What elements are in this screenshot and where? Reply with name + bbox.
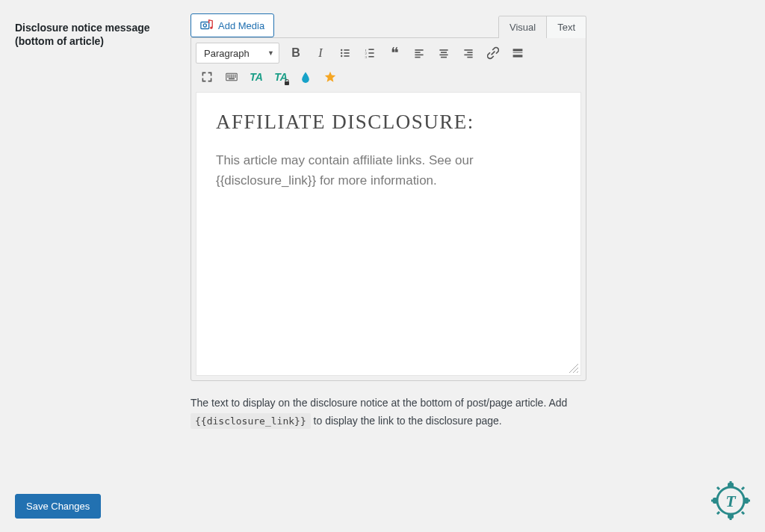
tab-visual[interactable]: Visual <box>499 16 546 38</box>
link-button[interactable] <box>482 43 504 64</box>
svg-rect-18 <box>415 57 420 58</box>
svg-rect-47 <box>713 498 717 504</box>
format-select-value: Paragraph <box>204 48 250 59</box>
fullscreen-icon <box>201 71 213 83</box>
link-icon <box>487 46 499 60</box>
svg-rect-12 <box>368 52 374 54</box>
svg-rect-34 <box>233 75 235 76</box>
add-media-label: Add Media <box>218 20 264 31</box>
svg-rect-20 <box>441 52 447 53</box>
toolbar-row-2: TA TA <box>196 65 581 89</box>
svg-rect-14 <box>368 56 374 58</box>
blockquote-button[interactable]: ❝ <box>383 43 406 64</box>
resize-grip-icon[interactable] <box>569 363 579 374</box>
svg-rect-19 <box>439 49 447 51</box>
read-more-button[interactable] <box>507 43 529 64</box>
editor-top-bar: Add Media Visual Text <box>191 13 586 37</box>
keyboard-icon <box>226 72 238 82</box>
add-media-button[interactable]: Add Media <box>191 13 274 37</box>
align-center-icon <box>438 46 450 60</box>
content-paragraph: This article may contain affiliate links… <box>216 150 561 191</box>
ta-button-1[interactable]: TA <box>245 66 267 87</box>
svg-point-1 <box>203 24 206 27</box>
help-text-before: The text to display on the disclosure no… <box>191 397 567 409</box>
svg-point-2 <box>210 27 212 29</box>
svg-rect-45 <box>728 514 734 519</box>
svg-rect-28 <box>513 52 523 53</box>
save-row: Save Changes <box>15 494 101 519</box>
toolbar-row-1: Paragraph ▼ B I 123 ❝ <box>196 41 581 65</box>
help-text-code: {{disclosure_link}} <box>191 413 311 429</box>
align-left-icon <box>413 46 425 60</box>
svg-rect-35 <box>235 75 236 76</box>
ta-button-2[interactable]: TA <box>270 66 292 87</box>
ol-icon: 123 <box>364 46 376 60</box>
camera-music-icon <box>200 19 214 32</box>
content-heading: AFFILIATE DISCLOSURE: <box>216 111 561 134</box>
svg-rect-10 <box>368 49 374 50</box>
svg-rect-17 <box>415 55 423 56</box>
svg-rect-42 <box>285 81 289 85</box>
lock-badge-icon <box>284 79 290 85</box>
droplet-icon <box>300 70 312 84</box>
svg-rect-44 <box>728 483 734 487</box>
svg-text:3: 3 <box>365 55 368 59</box>
svg-rect-21 <box>439 55 447 56</box>
numbered-list-button[interactable]: 123 <box>359 43 381 64</box>
svg-point-7 <box>341 55 342 57</box>
brand-gear-icon: T <box>710 480 752 522</box>
ul-icon <box>339 46 351 60</box>
editor-tabs: Visual Text <box>498 16 586 38</box>
svg-rect-4 <box>344 49 349 51</box>
svg-rect-33 <box>231 75 232 76</box>
svg-rect-16 <box>415 52 420 53</box>
svg-rect-23 <box>464 49 472 51</box>
field-help-text: The text to display on the disclosure no… <box>191 395 586 430</box>
help-text-after: to display the link to the disclosure pa… <box>314 415 502 427</box>
svg-rect-25 <box>464 55 472 56</box>
svg-rect-6 <box>344 52 349 54</box>
highlighter-button[interactable] <box>294 66 317 87</box>
star-button[interactable] <box>319 66 341 87</box>
align-left-button[interactable] <box>408 43 430 64</box>
read-more-icon <box>512 46 524 60</box>
keyboard-button[interactable] <box>220 66 243 87</box>
svg-text:T: T <box>725 492 737 510</box>
svg-rect-40 <box>235 76 236 78</box>
svg-rect-46 <box>744 498 749 504</box>
svg-point-5 <box>341 52 342 54</box>
svg-rect-36 <box>227 76 229 78</box>
svg-rect-37 <box>229 76 231 78</box>
star-icon <box>324 69 336 84</box>
editor-toolbar: Paragraph ▼ B I 123 ❝ <box>191 38 586 89</box>
svg-rect-26 <box>467 57 472 58</box>
svg-point-3 <box>341 49 342 51</box>
field-label: Disclosure notice message (bottom of art… <box>15 13 191 48</box>
bullet-list-button[interactable] <box>334 43 356 64</box>
svg-rect-24 <box>467 52 472 53</box>
editor-content-area[interactable]: AFFILIATE DISCLOSURE: This article may c… <box>196 92 581 376</box>
svg-rect-27 <box>513 49 523 51</box>
fullscreen-button[interactable] <box>196 66 218 87</box>
svg-rect-22 <box>441 57 447 58</box>
chevron-down-icon: ▼ <box>267 49 274 57</box>
svg-rect-41 <box>229 78 235 80</box>
svg-rect-32 <box>229 75 231 76</box>
editor-frame: Paragraph ▼ B I 123 ❝ <box>191 37 586 381</box>
svg-rect-15 <box>415 49 423 51</box>
italic-button[interactable]: I <box>309 43 332 64</box>
align-right-icon <box>462 46 474 60</box>
save-changes-button[interactable]: Save Changes <box>15 494 101 519</box>
svg-rect-0 <box>201 22 209 29</box>
format-select[interactable]: Paragraph ▼ <box>196 43 279 64</box>
bold-button[interactable]: B <box>285 43 307 64</box>
editor-column: Add Media Visual Text Paragraph ▼ B I <box>191 13 586 430</box>
svg-rect-38 <box>231 76 232 78</box>
align-center-button[interactable] <box>433 43 455 64</box>
svg-rect-31 <box>227 75 229 76</box>
svg-rect-8 <box>344 55 349 57</box>
align-right-button[interactable] <box>457 43 480 64</box>
tab-text[interactable]: Text <box>546 16 586 38</box>
settings-field-row: Disclosure notice message (bottom of art… <box>0 0 765 430</box>
svg-rect-29 <box>513 55 523 57</box>
